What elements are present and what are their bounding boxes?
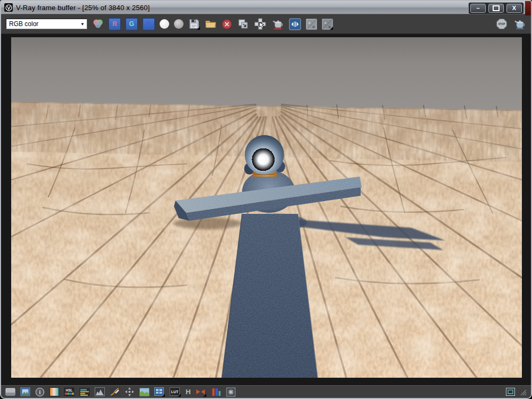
window-title: V-Ray frame buffer - [25% of 3840 x 2560…: [16, 4, 150, 12]
pan-icon[interactable]: [124, 387, 135, 397]
chevron-down-icon: ▼: [80, 22, 85, 27]
blue-channel-button[interactable]: B: [143, 18, 155, 30]
lut-icon[interactable]: LUT: [170, 387, 181, 397]
viewport: [1, 34, 531, 385]
svg-text:STOP: STOP: [498, 23, 505, 26]
sword-pommel: [245, 135, 284, 174]
heatmap-icon[interactable]: H: [186, 388, 190, 396]
render-image[interactable]: [11, 37, 522, 378]
svg-text:B: B: [329, 25, 331, 28]
alpha-channel-button[interactable]: [174, 19, 184, 29]
vray-logo-icon: [4, 3, 13, 12]
svg-text:B: B: [313, 25, 315, 28]
color-balance-icon[interactable]: [79, 388, 90, 396]
save-image-button[interactable]: [188, 18, 200, 30]
titlebar[interactable]: V-Ray frame buffer - [25% of 3840 x 2560…: [1, 1, 531, 14]
maximize-button[interactable]: [488, 4, 504, 13]
ab-compare-horizontal-button[interactable]: AB: [306, 19, 317, 30]
duplicate-to-host-button[interactable]: [237, 18, 249, 30]
clear-image-button[interactable]: [221, 19, 232, 30]
vray-frame-buffer-window: V-Ray frame buffer - [25% of 3840 x 2560…: [0, 0, 532, 399]
show-last-image-icon[interactable]: [20, 387, 30, 396]
statusbar: i HSL LUT H: [1, 385, 531, 398]
svg-text:LUT: LUT: [171, 390, 179, 394]
window-controls: – X: [468, 2, 524, 14]
channel-select-dropdown[interactable]: RGB color ▼: [6, 19, 87, 29]
stereo-channels-icon[interactable]: [211, 387, 221, 397]
green-channel-button[interactable]: G: [126, 18, 138, 30]
vfb-settings-icon[interactable]: [506, 388, 515, 396]
render-teapot-button[interactable]: [513, 18, 526, 30]
resize-grip[interactable]: [519, 388, 527, 396]
stop-render-button[interactable]: STOP: [495, 18, 508, 30]
svg-text:HSL: HSL: [66, 388, 73, 392]
svg-text:A: A: [325, 21, 327, 24]
levels-histogram-icon[interactable]: [95, 387, 105, 396]
background-image-icon[interactable]: [139, 388, 149, 396]
track-mouse-button[interactable]: [254, 18, 267, 30]
render-sky: [11, 37, 522, 110]
curves-icon[interactable]: [110, 387, 120, 396]
main-toolbar: RGB color ▼ R G B AB: [1, 14, 531, 34]
red-channel-button[interactable]: R: [109, 18, 121, 30]
svg-text:i: i: [39, 389, 41, 395]
background-window-fragment: [525, 1, 531, 15]
rgb-circles-icon[interactable]: [92, 19, 104, 29]
hsl-correction-icon[interactable]: HSL: [64, 387, 74, 396]
show-vfb-window-icon[interactable]: [5, 388, 15, 396]
monochrome-channel-button[interactable]: [160, 19, 169, 29]
render-region-teapot-icon[interactable]: [271, 18, 284, 30]
pommel-highlight: [258, 156, 265, 164]
toolbar-right-group: STOP: [495, 18, 526, 30]
compare-horizontal-button[interactable]: [289, 18, 301, 30]
minimize-button[interactable]: –: [470, 4, 486, 13]
close-button[interactable]: X: [506, 4, 522, 13]
svg-text:A: A: [309, 21, 311, 24]
force-color-clamping-icon[interactable]: [49, 387, 59, 396]
maximize-icon: [493, 5, 500, 11]
info-icon[interactable]: i: [35, 387, 45, 397]
channel-select-value: RGB color: [9, 20, 38, 28]
pixel-info-icon[interactable]: [226, 387, 236, 397]
exposure-icon[interactable]: [195, 387, 206, 397]
statusbar-right-group: [506, 388, 527, 396]
icc-profile-icon[interactable]: [154, 387, 165, 397]
ab-compare-vertical-button[interactable]: AB: [322, 19, 333, 30]
open-image-button[interactable]: [205, 19, 217, 29]
